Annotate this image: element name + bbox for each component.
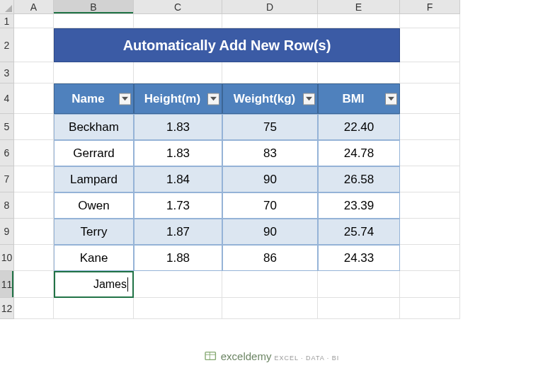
table-row[interactable]: Beckham xyxy=(54,114,134,140)
cell-B1[interactable] xyxy=(54,14,134,28)
row-header-11[interactable]: 11 xyxy=(0,271,14,298)
table-row[interactable]: Kane xyxy=(54,245,134,271)
cell-A6[interactable] xyxy=(14,140,54,166)
cell-F10[interactable] xyxy=(400,245,460,271)
title-cell[interactable]: Automatically Add New Row(s) xyxy=(54,28,400,62)
row-header-4[interactable]: 4 xyxy=(0,83,14,114)
cell-C3[interactable] xyxy=(134,62,222,83)
active-cell-B11[interactable]: James xyxy=(54,271,134,298)
text-cursor-icon xyxy=(127,277,128,292)
row-header-6[interactable]: 6 xyxy=(0,140,14,166)
svg-rect-0 xyxy=(205,352,215,360)
cell-F11[interactable] xyxy=(400,271,460,298)
cell-B12[interactable] xyxy=(54,298,134,319)
col-header-F[interactable]: F xyxy=(400,0,460,14)
table-row[interactable]: 90 xyxy=(222,219,318,245)
cell-A2[interactable] xyxy=(14,28,54,62)
cell-E12[interactable] xyxy=(318,298,400,319)
table-row[interactable]: 23.39 xyxy=(318,192,400,219)
cell-A8[interactable] xyxy=(14,192,54,219)
table-header-height[interactable]: Height(m) xyxy=(134,83,222,114)
table-row[interactable]: Terry xyxy=(54,219,134,245)
row-header-10[interactable]: 10 xyxy=(0,245,14,271)
brand-tagline: EXCEL · DATA · BI xyxy=(274,354,339,362)
cell-D12[interactable] xyxy=(222,298,318,319)
table-row[interactable]: 1.87 xyxy=(134,219,222,245)
cell-F5[interactable] xyxy=(400,114,460,140)
table-row[interactable]: 26.58 xyxy=(318,166,400,192)
cell-A12[interactable] xyxy=(14,298,54,319)
cell-F2[interactable] xyxy=(400,28,460,62)
filter-button-height[interactable] xyxy=(207,93,219,105)
cell-A9[interactable] xyxy=(14,219,54,245)
table-row[interactable]: 24.78 xyxy=(318,140,400,166)
cell-F12[interactable] xyxy=(400,298,460,319)
cell-A5[interactable] xyxy=(14,114,54,140)
table-header-weight[interactable]: Weight(kg) xyxy=(222,83,318,114)
table-row[interactable]: 83 xyxy=(222,140,318,166)
cell-F4[interactable] xyxy=(400,83,460,114)
cell-D3[interactable] xyxy=(222,62,318,83)
table-row[interactable]: 86 xyxy=(222,245,318,271)
cell-B3[interactable] xyxy=(54,62,134,83)
watermark: exceldemy EXCEL · DATA · BI xyxy=(204,350,340,362)
table-header-label: Height(m) xyxy=(144,92,200,106)
row-header-5[interactable]: 5 xyxy=(0,114,14,140)
cell-D1[interactable] xyxy=(222,14,318,28)
table-row[interactable]: 25.74 xyxy=(318,219,400,245)
cell-A11[interactable] xyxy=(14,271,54,298)
filter-button-weight[interactable] xyxy=(303,93,315,105)
table-row[interactable]: Lampard xyxy=(54,166,134,192)
col-header-E[interactable]: E xyxy=(318,0,400,14)
cell-F9[interactable] xyxy=(400,219,460,245)
filter-button-name[interactable] xyxy=(119,93,131,105)
table-row[interactable]: 22.40 xyxy=(318,114,400,140)
table-row[interactable]: 1.83 xyxy=(134,114,222,140)
filter-button-bmi[interactable] xyxy=(385,93,397,105)
col-header-C[interactable]: C xyxy=(134,0,222,14)
table-header-bmi[interactable]: BMI xyxy=(318,83,400,114)
cell-D11[interactable] xyxy=(222,271,318,298)
table-header-name[interactable]: Name xyxy=(54,83,134,114)
table-row[interactable]: 1.84 xyxy=(134,166,222,192)
cell-F8[interactable] xyxy=(400,192,460,219)
col-header-D[interactable]: D xyxy=(222,0,318,14)
brand-logo-icon xyxy=(204,350,217,362)
brand-name: exceldemy xyxy=(221,350,272,362)
row-header-7[interactable]: 7 xyxy=(0,166,14,192)
table-row[interactable]: 24.33 xyxy=(318,245,400,271)
row-header-1[interactable]: 1 xyxy=(0,14,14,28)
row-header-8[interactable]: 8 xyxy=(0,192,14,219)
cell-A3[interactable] xyxy=(14,62,54,83)
cell-F6[interactable] xyxy=(400,140,460,166)
table-row[interactable]: 1.83 xyxy=(134,140,222,166)
col-header-B[interactable]: B xyxy=(54,0,134,14)
row-header-3[interactable]: 3 xyxy=(0,62,14,83)
cell-E3[interactable] xyxy=(318,62,400,83)
cell-C12[interactable] xyxy=(134,298,222,319)
col-header-A[interactable]: A xyxy=(14,0,54,14)
row-header-2[interactable]: 2 xyxy=(0,28,14,62)
table-row[interactable]: 75 xyxy=(222,114,318,140)
cell-E11[interactable] xyxy=(318,271,400,298)
row-header-12[interactable]: 12 xyxy=(0,298,14,319)
row-header-9[interactable]: 9 xyxy=(0,219,14,245)
table-row[interactable]: Owen xyxy=(54,192,134,219)
cell-F1[interactable] xyxy=(400,14,460,28)
cell-F3[interactable] xyxy=(400,62,460,83)
cell-C1[interactable] xyxy=(134,14,222,28)
cell-A1[interactable] xyxy=(14,14,54,28)
cell-E1[interactable] xyxy=(318,14,400,28)
table-row[interactable]: 90 xyxy=(222,166,318,192)
cell-C11[interactable] xyxy=(134,271,222,298)
table-row[interactable]: 70 xyxy=(222,192,318,219)
table-row[interactable]: 1.88 xyxy=(134,245,222,271)
cell-A7[interactable] xyxy=(14,166,54,192)
table-header-label: BMI xyxy=(342,92,364,106)
cell-A4[interactable] xyxy=(14,83,54,114)
select-all-corner[interactable] xyxy=(0,0,14,14)
cell-A10[interactable] xyxy=(14,245,54,271)
table-row[interactable]: Gerrard xyxy=(54,140,134,166)
cell-F7[interactable] xyxy=(400,166,460,192)
table-row[interactable]: 1.73 xyxy=(134,192,222,219)
